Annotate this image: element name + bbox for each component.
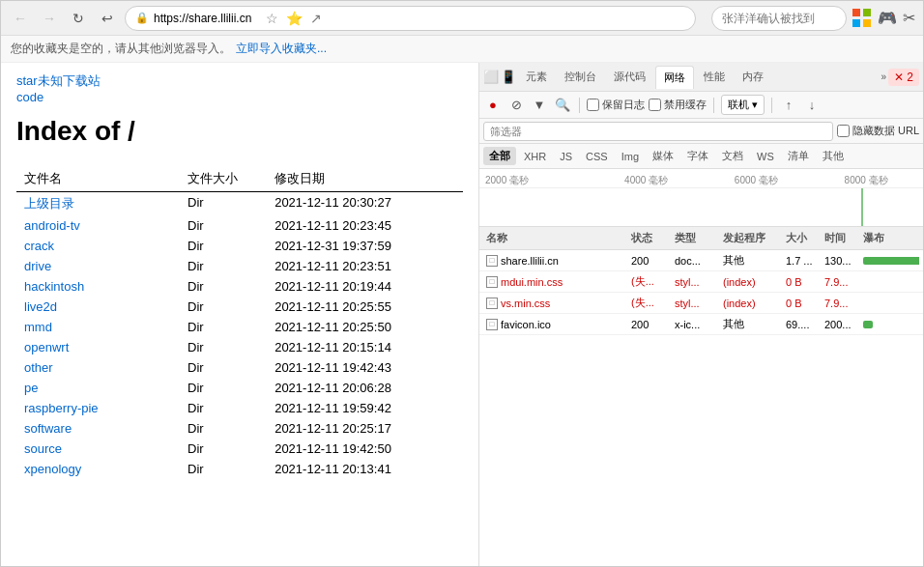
- file-name-cell: hackintosh: [16, 276, 180, 297]
- bookmark-import-link[interactable]: 立即导入收藏夹...: [236, 41, 327, 57]
- more-tools-icon[interactable]: ✂: [903, 9, 915, 27]
- type-tab-清单[interactable]: 清单: [782, 147, 815, 165]
- table-row: software Dir 2021-12-11 20:25:17: [16, 418, 463, 439]
- tab-console[interactable]: 控制台: [557, 66, 604, 88]
- online-dropdown[interactable]: 联机 ▾: [721, 95, 765, 115]
- home-button[interactable]: ↩: [96, 7, 119, 30]
- devtools-type-tabs: 全部XHRJSCSSImg媒体字体文档WS清单其他: [479, 144, 923, 169]
- filter-input[interactable]: [483, 122, 833, 141]
- network-row[interactable]: □ favicon.ico 200 x-ic... 其他 69.... 200.…: [479, 314, 923, 335]
- file-date-cell: 2021-12-11 20:25:55: [267, 297, 463, 317]
- network-size-cell: 69....: [783, 317, 822, 332]
- file-size-cell: Dir: [180, 317, 267, 337]
- share-icon[interactable]: ↗: [310, 11, 322, 26]
- devtools-more-tabs[interactable]: »: [881, 71, 886, 82]
- tab-network[interactable]: 网络: [655, 66, 694, 89]
- file-link[interactable]: xpenology: [24, 462, 81, 476]
- file-name-cell: software: [16, 418, 180, 439]
- search-button[interactable]: 🔍: [553, 96, 572, 115]
- type-tab-Img[interactable]: Img: [616, 149, 645, 164]
- file-link[interactable]: other: [24, 360, 53, 375]
- disable-cache-checkbox[interactable]: [649, 99, 661, 111]
- game-icon[interactable]: 🎮: [878, 9, 897, 27]
- timeline-area: 2000 毫秒 4000 毫秒 6000 毫秒 8000 毫秒: [479, 169, 923, 227]
- type-tab-媒体[interactable]: 媒体: [647, 147, 679, 165]
- record-button[interactable]: ●: [483, 96, 503, 115]
- file-size-cell: Dir: [180, 418, 267, 439]
- file-link[interactable]: software: [24, 421, 72, 436]
- file-link[interactable]: openwrt: [24, 340, 69, 354]
- network-row[interactable]: □ vs.min.css (失... styl... (index) 0 B 7…: [479, 293, 923, 314]
- file-link[interactable]: source: [24, 441, 62, 456]
- timeline-mark-1: 4000 毫秒: [592, 174, 702, 187]
- tab-performance[interactable]: 性能: [696, 66, 733, 88]
- tab-elements[interactable]: 元素: [518, 66, 555, 88]
- table-row: raspberry-pie Dir 2021-12-11 19:59:42: [16, 398, 463, 418]
- file-link[interactable]: 上级目录: [24, 196, 74, 211]
- file-link[interactable]: drive: [24, 259, 51, 273]
- bookmark-star-icon[interactable]: ☆: [266, 11, 278, 26]
- back-button[interactable]: ←: [9, 7, 32, 30]
- type-tab-其他[interactable]: 其他: [817, 147, 850, 165]
- download-button[interactable]: ↓: [802, 96, 822, 115]
- network-initiator-cell: (index): [720, 296, 783, 311]
- page-links: star未知下载站 code: [16, 72, 463, 104]
- page-title: Index of /: [16, 116, 463, 147]
- type-tab-JS[interactable]: JS: [554, 149, 578, 164]
- tab-memory[interactable]: 内存: [735, 66, 771, 88]
- file-size-cell: Dir: [180, 236, 267, 256]
- network-table-header: 名称 状态 类型 发起程序 大小 时间 瀑布: [479, 227, 923, 250]
- network-initiator-cell: 其他: [720, 251, 783, 269]
- network-row[interactable]: □ mdui.min.css (失... styl... (index) 0 B…: [479, 271, 923, 293]
- type-tab-文档[interactable]: 文档: [716, 147, 749, 165]
- devtools-mobile-icon[interactable]: 📱: [501, 70, 516, 84]
- header-size: 大小: [783, 229, 822, 247]
- devtools-inspect-icon[interactable]: ⬜: [483, 70, 499, 84]
- file-date-cell: 2021-12-11 20:19:44: [267, 276, 463, 297]
- upload-button[interactable]: ↑: [779, 96, 798, 115]
- file-link[interactable]: hackintosh: [24, 279, 84, 294]
- type-tab-WS[interactable]: WS: [751, 149, 780, 164]
- network-row[interactable]: □ share.llilii.cn 200 doc... 其他 1.7 ... …: [479, 250, 923, 271]
- file-link[interactable]: mmd: [24, 320, 52, 334]
- browser-search-input[interactable]: [711, 6, 847, 31]
- file-name-cell: pe: [16, 378, 180, 398]
- clear-button[interactable]: ⊘: [506, 96, 526, 115]
- tab-source[interactable]: 源代码: [606, 66, 653, 88]
- devtools-tabs: ⬜ 📱 元素 控制台 源代码 网络 性能 内存 » ✕ 2: [479, 63, 923, 92]
- table-row: android-tv Dir 2021-12-11 20:23:45: [16, 215, 463, 236]
- file-table-body: 上级目录 Dir 2021-12-11 20:30:27 android-tv …: [16, 192, 463, 480]
- file-name-cell: mmd: [16, 317, 180, 337]
- collections-icon[interactable]: ⭐: [286, 11, 303, 26]
- separator-1: [579, 98, 580, 113]
- preserve-log-checkbox[interactable]: [587, 99, 599, 111]
- header-time: 时间: [822, 229, 860, 247]
- type-tab-XHR[interactable]: XHR: [518, 149, 552, 164]
- address-bar[interactable]: 🔒 https://share.llilii.cn ☆ ⭐ ↗: [125, 6, 696, 31]
- type-tab-全部[interactable]: 全部: [483, 147, 516, 165]
- file-date-cell: 2021-12-11 20:15:14: [267, 337, 463, 357]
- file-link[interactable]: live2d: [24, 299, 57, 314]
- refresh-button[interactable]: ↻: [67, 7, 90, 30]
- network-table: 名称 状态 类型 发起程序 大小 时间 瀑布 □ share.llilii.cn…: [479, 227, 923, 566]
- devtools-close-button[interactable]: ✕ 2: [888, 69, 919, 86]
- type-tab-字体[interactable]: 字体: [681, 147, 714, 165]
- timeline-mark-3: 8000 毫秒: [811, 174, 921, 187]
- type-tab-CSS[interactable]: CSS: [580, 149, 614, 164]
- filter-button[interactable]: ▼: [530, 96, 549, 115]
- file-type-icon: □: [486, 255, 498, 267]
- star-link[interactable]: star未知下载站: [16, 73, 101, 88]
- file-link[interactable]: crack: [24, 239, 54, 253]
- file-link[interactable]: raspberry-pie: [24, 401, 99, 415]
- network-size-cell: 0 B: [783, 274, 822, 290]
- file-link[interactable]: pe: [24, 381, 38, 395]
- file-date-cell: 2021-12-11 20:06:28: [267, 378, 463, 398]
- hide-data-url-checkbox[interactable]: [837, 125, 850, 137]
- code-link[interactable]: code: [16, 90, 43, 104]
- hide-data-url-group: 隐藏数据 URL: [837, 124, 919, 138]
- forward-button[interactable]: →: [38, 7, 61, 30]
- disable-cache-checkbox-group: 禁用缓存: [649, 98, 707, 112]
- header-waterfall: 瀑布: [860, 229, 919, 247]
- file-link[interactable]: android-tv: [24, 218, 80, 233]
- network-name-cell: □ vs.min.css: [483, 296, 628, 311]
